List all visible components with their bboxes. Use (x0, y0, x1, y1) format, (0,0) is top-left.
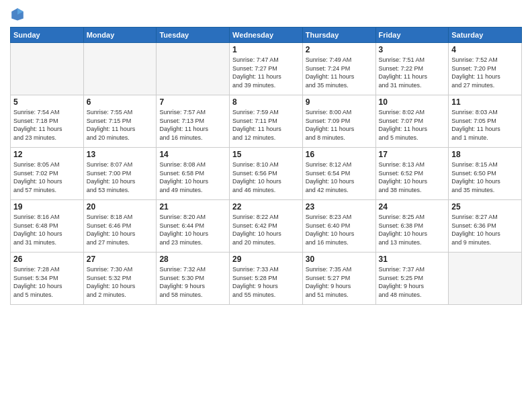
day-info: Sunrise: 8:07 AM Sunset: 7:00 PM Dayligh… (87, 161, 154, 194)
day-number: 31 (379, 255, 446, 264)
calendar-cell: 17Sunrise: 8:13 AM Sunset: 6:52 PM Dayli… (375, 148, 449, 200)
day-info: Sunrise: 7:37 AM Sunset: 5:25 PM Dayligh… (379, 265, 446, 299)
calendar-cell: 22Sunrise: 8:22 AM Sunset: 6:42 PM Dayli… (230, 200, 303, 253)
day-info: Sunrise: 7:47 AM Sunset: 7:27 PM Dayligh… (232, 56, 300, 89)
day-info: Sunrise: 7:51 AM Sunset: 7:22 PM Dayligh… (379, 56, 446, 89)
day-number: 30 (306, 255, 373, 264)
day-number: 29 (232, 255, 300, 264)
calendar-cell: 9Sunrise: 8:00 AM Sunset: 7:09 PM Daylig… (302, 95, 375, 148)
calendar-header-sunday: Sunday (11, 28, 84, 43)
calendar-cell: 16Sunrise: 8:12 AM Sunset: 6:54 PM Dayli… (302, 148, 375, 200)
calendar-cell: 12Sunrise: 8:05 AM Sunset: 7:02 PM Dayli… (11, 148, 84, 200)
day-info: Sunrise: 8:16 AM Sunset: 6:48 PM Dayligh… (13, 213, 81, 246)
day-number: 21 (159, 202, 226, 212)
day-info: Sunrise: 7:35 AM Sunset: 5:27 PM Dayligh… (306, 265, 373, 299)
calendar-header-wednesday: Wednesday (230, 28, 303, 43)
day-number: 5 (13, 97, 81, 107)
calendar-week-4: 26Sunrise: 7:28 AM Sunset: 5:34 PM Dayli… (11, 253, 522, 305)
day-info: Sunrise: 8:00 AM Sunset: 7:09 PM Dayligh… (306, 108, 373, 142)
calendar-cell: 2Sunrise: 7:49 AM Sunset: 7:24 PM Daylig… (302, 43, 375, 95)
day-info: Sunrise: 8:15 AM Sunset: 6:50 PM Dayligh… (451, 161, 519, 194)
calendar-cell: 24Sunrise: 8:25 AM Sunset: 6:38 PM Dayli… (375, 200, 449, 253)
day-number: 2 (306, 45, 373, 54)
calendar-cell: 19Sunrise: 8:16 AM Sunset: 6:48 PM Dayli… (11, 200, 84, 253)
day-number: 7 (159, 97, 226, 107)
day-number: 11 (451, 97, 519, 107)
day-info: Sunrise: 8:20 AM Sunset: 6:44 PM Dayligh… (159, 213, 226, 246)
day-info: Sunrise: 7:30 AM Sunset: 5:32 PM Dayligh… (87, 265, 154, 299)
day-info: Sunrise: 8:22 AM Sunset: 6:42 PM Dayligh… (232, 213, 300, 246)
calendar-week-3: 19Sunrise: 8:16 AM Sunset: 6:48 PM Dayli… (11, 200, 522, 253)
calendar-header-monday: Monday (83, 28, 157, 43)
calendar-header-thursday: Thursday (302, 28, 375, 43)
day-info: Sunrise: 8:27 AM Sunset: 6:36 PM Dayligh… (451, 213, 519, 246)
calendar-header-friday: Friday (375, 28, 449, 43)
calendar-cell (83, 43, 157, 95)
day-info: Sunrise: 8:05 AM Sunset: 7:02 PM Dayligh… (13, 161, 81, 194)
calendar-cell: 31Sunrise: 7:37 AM Sunset: 5:25 PM Dayli… (375, 253, 449, 305)
calendar-cell: 11Sunrise: 8:03 AM Sunset: 7:05 PM Dayli… (449, 95, 522, 148)
day-info: Sunrise: 7:55 AM Sunset: 7:15 PM Dayligh… (87, 108, 154, 142)
day-number: 14 (159, 150, 226, 159)
calendar-header-row: SundayMondayTuesdayWednesdayThursdayFrid… (11, 28, 522, 43)
day-number: 22 (232, 202, 300, 212)
day-info: Sunrise: 8:25 AM Sunset: 6:38 PM Dayligh… (379, 213, 446, 246)
day-number: 12 (13, 150, 81, 159)
day-number: 18 (451, 150, 519, 159)
day-number: 8 (232, 97, 300, 107)
day-number: 27 (87, 255, 154, 264)
calendar-week-0: 1Sunrise: 7:47 AM Sunset: 7:27 PM Daylig… (11, 43, 522, 95)
day-info: Sunrise: 7:33 AM Sunset: 5:28 PM Dayligh… (232, 265, 300, 299)
calendar-cell: 1Sunrise: 7:47 AM Sunset: 7:27 PM Daylig… (230, 43, 303, 95)
calendar-week-2: 12Sunrise: 8:05 AM Sunset: 7:02 PM Dayli… (11, 148, 522, 200)
calendar-cell: 23Sunrise: 8:23 AM Sunset: 6:40 PM Dayli… (302, 200, 375, 253)
day-info: Sunrise: 7:57 AM Sunset: 7:13 PM Dayligh… (159, 108, 226, 142)
calendar-cell: 8Sunrise: 7:59 AM Sunset: 7:11 PM Daylig… (230, 95, 303, 148)
day-number: 17 (379, 150, 446, 159)
calendar-cell (157, 43, 230, 95)
calendar-cell (11, 43, 84, 95)
day-number: 19 (13, 202, 81, 212)
day-number: 3 (379, 45, 446, 54)
day-number: 24 (379, 202, 446, 212)
day-info: Sunrise: 8:18 AM Sunset: 6:46 PM Dayligh… (87, 213, 154, 246)
day-info: Sunrise: 7:52 AM Sunset: 7:20 PM Dayligh… (451, 56, 519, 89)
calendar-cell: 25Sunrise: 8:27 AM Sunset: 6:36 PM Dayli… (449, 200, 522, 253)
day-info: Sunrise: 8:13 AM Sunset: 6:52 PM Dayligh… (379, 161, 446, 194)
day-info: Sunrise: 7:59 AM Sunset: 7:11 PM Dayligh… (232, 108, 300, 142)
day-info: Sunrise: 8:02 AM Sunset: 7:07 PM Dayligh… (379, 108, 446, 142)
calendar-cell: 3Sunrise: 7:51 AM Sunset: 7:22 PM Daylig… (375, 43, 449, 95)
day-info: Sunrise: 7:49 AM Sunset: 7:24 PM Dayligh… (306, 56, 373, 89)
calendar-cell: 15Sunrise: 8:10 AM Sunset: 6:56 PM Dayli… (230, 148, 303, 200)
day-number: 16 (306, 150, 373, 159)
calendar-cell: 10Sunrise: 8:02 AM Sunset: 7:07 PM Dayli… (375, 95, 449, 148)
calendar-cell: 28Sunrise: 7:32 AM Sunset: 5:30 PM Dayli… (157, 253, 230, 305)
day-number: 23 (306, 202, 373, 212)
calendar-cell: 14Sunrise: 8:08 AM Sunset: 6:58 PM Dayli… (157, 148, 230, 200)
calendar-cell: 18Sunrise: 8:15 AM Sunset: 6:50 PM Dayli… (449, 148, 522, 200)
day-info: Sunrise: 7:32 AM Sunset: 5:30 PM Dayligh… (159, 265, 226, 299)
day-number: 13 (87, 150, 154, 159)
day-number: 6 (87, 97, 154, 107)
calendar-cell: 13Sunrise: 8:07 AM Sunset: 7:00 PM Dayli… (83, 148, 157, 200)
day-info: Sunrise: 8:03 AM Sunset: 7:05 PM Dayligh… (451, 108, 519, 142)
calendar-cell: 26Sunrise: 7:28 AM Sunset: 5:34 PM Dayli… (11, 253, 84, 305)
calendar-cell: 20Sunrise: 8:18 AM Sunset: 6:46 PM Dayli… (83, 200, 157, 253)
calendar-header-saturday: Saturday (449, 28, 522, 43)
header (10, 7, 522, 21)
day-number: 1 (232, 45, 300, 54)
day-number: 25 (451, 202, 519, 212)
day-info: Sunrise: 7:28 AM Sunset: 5:34 PM Dayligh… (13, 265, 81, 299)
calendar-cell: 27Sunrise: 7:30 AM Sunset: 5:32 PM Dayli… (83, 253, 157, 305)
day-number: 28 (159, 255, 226, 264)
day-number: 10 (379, 97, 446, 107)
logo (10, 7, 28, 21)
day-number: 15 (232, 150, 300, 159)
calendar-cell: 4Sunrise: 7:52 AM Sunset: 7:20 PM Daylig… (449, 43, 522, 95)
calendar-week-1: 5Sunrise: 7:54 AM Sunset: 7:18 PM Daylig… (11, 95, 522, 148)
logo-icon (10, 7, 25, 21)
calendar-cell: 6Sunrise: 7:55 AM Sunset: 7:15 PM Daylig… (83, 95, 157, 148)
day-info: Sunrise: 8:12 AM Sunset: 6:54 PM Dayligh… (306, 161, 373, 194)
calendar-cell: 5Sunrise: 7:54 AM Sunset: 7:18 PM Daylig… (11, 95, 84, 148)
calendar-cell: 30Sunrise: 7:35 AM Sunset: 5:27 PM Dayli… (302, 253, 375, 305)
